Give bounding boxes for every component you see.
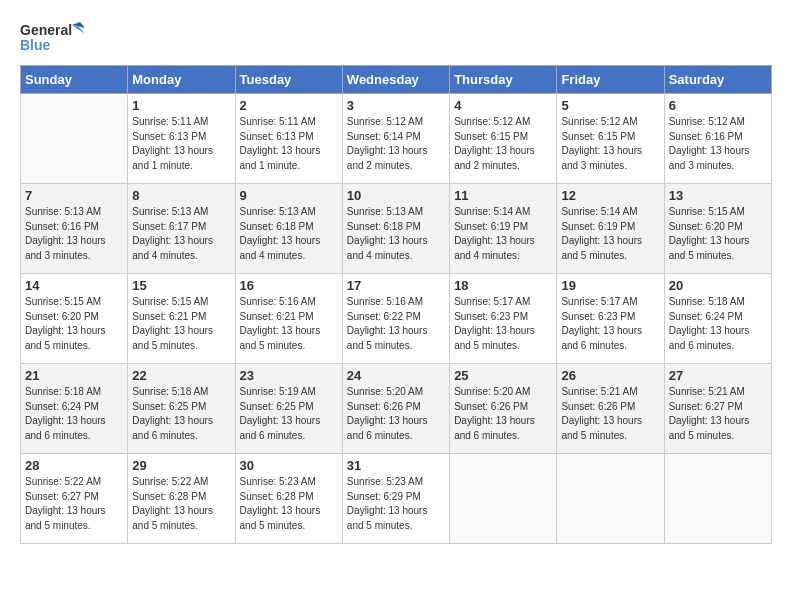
- day-info: Sunrise: 5:11 AM Sunset: 6:13 PM Dayligh…: [240, 115, 338, 173]
- day-number: 11: [454, 188, 552, 203]
- calendar-cell: 30Sunrise: 5:23 AM Sunset: 6:28 PM Dayli…: [235, 454, 342, 544]
- day-info: Sunrise: 5:20 AM Sunset: 6:26 PM Dayligh…: [347, 385, 445, 443]
- calendar-cell: 2Sunrise: 5:11 AM Sunset: 6:13 PM Daylig…: [235, 94, 342, 184]
- day-info: Sunrise: 5:18 AM Sunset: 6:24 PM Dayligh…: [669, 295, 767, 353]
- day-info: Sunrise: 5:13 AM Sunset: 6:18 PM Dayligh…: [240, 205, 338, 263]
- day-info: Sunrise: 5:15 AM Sunset: 6:21 PM Dayligh…: [132, 295, 230, 353]
- day-number: 17: [347, 278, 445, 293]
- day-info: Sunrise: 5:18 AM Sunset: 6:25 PM Dayligh…: [132, 385, 230, 443]
- day-number: 12: [561, 188, 659, 203]
- day-number: 28: [25, 458, 123, 473]
- calendar-cell: 4Sunrise: 5:12 AM Sunset: 6:15 PM Daylig…: [450, 94, 557, 184]
- day-number: 31: [347, 458, 445, 473]
- day-info: Sunrise: 5:17 AM Sunset: 6:23 PM Dayligh…: [454, 295, 552, 353]
- calendar-cell: [450, 454, 557, 544]
- calendar-cell: 13Sunrise: 5:15 AM Sunset: 6:20 PM Dayli…: [664, 184, 771, 274]
- calendar-cell: 21Sunrise: 5:18 AM Sunset: 6:24 PM Dayli…: [21, 364, 128, 454]
- day-number: 1: [132, 98, 230, 113]
- calendar-cell: [557, 454, 664, 544]
- day-number: 21: [25, 368, 123, 383]
- day-number: 30: [240, 458, 338, 473]
- day-info: Sunrise: 5:22 AM Sunset: 6:28 PM Dayligh…: [132, 475, 230, 533]
- calendar-cell: 6Sunrise: 5:12 AM Sunset: 6:16 PM Daylig…: [664, 94, 771, 184]
- calendar-cell: 15Sunrise: 5:15 AM Sunset: 6:21 PM Dayli…: [128, 274, 235, 364]
- day-number: 15: [132, 278, 230, 293]
- logo: GeneralBlue: [20, 20, 90, 55]
- day-info: Sunrise: 5:13 AM Sunset: 6:17 PM Dayligh…: [132, 205, 230, 263]
- calendar-cell: 10Sunrise: 5:13 AM Sunset: 6:18 PM Dayli…: [342, 184, 449, 274]
- svg-text:Blue: Blue: [20, 37, 51, 53]
- day-number: 27: [669, 368, 767, 383]
- calendar-cell: 12Sunrise: 5:14 AM Sunset: 6:19 PM Dayli…: [557, 184, 664, 274]
- day-header-wednesday: Wednesday: [342, 66, 449, 94]
- week-row-4: 21Sunrise: 5:18 AM Sunset: 6:24 PM Dayli…: [21, 364, 772, 454]
- day-number: 18: [454, 278, 552, 293]
- calendar-cell: [664, 454, 771, 544]
- day-header-tuesday: Tuesday: [235, 66, 342, 94]
- calendar-cell: 23Sunrise: 5:19 AM Sunset: 6:25 PM Dayli…: [235, 364, 342, 454]
- calendar-cell: 1Sunrise: 5:11 AM Sunset: 6:13 PM Daylig…: [128, 94, 235, 184]
- week-row-2: 7Sunrise: 5:13 AM Sunset: 6:16 PM Daylig…: [21, 184, 772, 274]
- day-number: 16: [240, 278, 338, 293]
- day-number: 24: [347, 368, 445, 383]
- calendar-cell: [21, 94, 128, 184]
- calendar-cell: 29Sunrise: 5:22 AM Sunset: 6:28 PM Dayli…: [128, 454, 235, 544]
- day-info: Sunrise: 5:23 AM Sunset: 6:29 PM Dayligh…: [347, 475, 445, 533]
- day-number: 20: [669, 278, 767, 293]
- day-info: Sunrise: 5:11 AM Sunset: 6:13 PM Dayligh…: [132, 115, 230, 173]
- calendar-cell: 9Sunrise: 5:13 AM Sunset: 6:18 PM Daylig…: [235, 184, 342, 274]
- day-info: Sunrise: 5:23 AM Sunset: 6:28 PM Dayligh…: [240, 475, 338, 533]
- day-info: Sunrise: 5:15 AM Sunset: 6:20 PM Dayligh…: [669, 205, 767, 263]
- page-header: GeneralBlue: [20, 20, 772, 55]
- day-info: Sunrise: 5:16 AM Sunset: 6:21 PM Dayligh…: [240, 295, 338, 353]
- day-number: 2: [240, 98, 338, 113]
- week-row-1: 1Sunrise: 5:11 AM Sunset: 6:13 PM Daylig…: [21, 94, 772, 184]
- day-number: 13: [669, 188, 767, 203]
- day-number: 10: [347, 188, 445, 203]
- day-info: Sunrise: 5:17 AM Sunset: 6:23 PM Dayligh…: [561, 295, 659, 353]
- calendar-cell: 22Sunrise: 5:18 AM Sunset: 6:25 PM Dayli…: [128, 364, 235, 454]
- calendar-cell: 14Sunrise: 5:15 AM Sunset: 6:20 PM Dayli…: [21, 274, 128, 364]
- day-info: Sunrise: 5:14 AM Sunset: 6:19 PM Dayligh…: [561, 205, 659, 263]
- day-header-monday: Monday: [128, 66, 235, 94]
- calendar-cell: 7Sunrise: 5:13 AM Sunset: 6:16 PM Daylig…: [21, 184, 128, 274]
- day-number: 29: [132, 458, 230, 473]
- day-number: 6: [669, 98, 767, 113]
- day-number: 3: [347, 98, 445, 113]
- day-info: Sunrise: 5:21 AM Sunset: 6:27 PM Dayligh…: [669, 385, 767, 443]
- logo-svg: GeneralBlue: [20, 20, 90, 55]
- day-info: Sunrise: 5:13 AM Sunset: 6:18 PM Dayligh…: [347, 205, 445, 263]
- day-number: 19: [561, 278, 659, 293]
- week-row-5: 28Sunrise: 5:22 AM Sunset: 6:27 PM Dayli…: [21, 454, 772, 544]
- day-header-friday: Friday: [557, 66, 664, 94]
- day-number: 4: [454, 98, 552, 113]
- calendar-cell: 27Sunrise: 5:21 AM Sunset: 6:27 PM Dayli…: [664, 364, 771, 454]
- day-header-saturday: Saturday: [664, 66, 771, 94]
- calendar-cell: 8Sunrise: 5:13 AM Sunset: 6:17 PM Daylig…: [128, 184, 235, 274]
- day-info: Sunrise: 5:14 AM Sunset: 6:19 PM Dayligh…: [454, 205, 552, 263]
- calendar-cell: 28Sunrise: 5:22 AM Sunset: 6:27 PM Dayli…: [21, 454, 128, 544]
- day-number: 5: [561, 98, 659, 113]
- calendar-cell: 18Sunrise: 5:17 AM Sunset: 6:23 PM Dayli…: [450, 274, 557, 364]
- calendar-cell: 25Sunrise: 5:20 AM Sunset: 6:26 PM Dayli…: [450, 364, 557, 454]
- calendar-table: SundayMondayTuesdayWednesdayThursdayFrid…: [20, 65, 772, 544]
- day-number: 26: [561, 368, 659, 383]
- day-info: Sunrise: 5:19 AM Sunset: 6:25 PM Dayligh…: [240, 385, 338, 443]
- day-number: 7: [25, 188, 123, 203]
- day-header-sunday: Sunday: [21, 66, 128, 94]
- calendar-cell: 3Sunrise: 5:12 AM Sunset: 6:14 PM Daylig…: [342, 94, 449, 184]
- day-number: 14: [25, 278, 123, 293]
- calendar-cell: 17Sunrise: 5:16 AM Sunset: 6:22 PM Dayli…: [342, 274, 449, 364]
- calendar-cell: 19Sunrise: 5:17 AM Sunset: 6:23 PM Dayli…: [557, 274, 664, 364]
- calendar-cell: 31Sunrise: 5:23 AM Sunset: 6:29 PM Dayli…: [342, 454, 449, 544]
- calendar-cell: 26Sunrise: 5:21 AM Sunset: 6:26 PM Dayli…: [557, 364, 664, 454]
- calendar-cell: 20Sunrise: 5:18 AM Sunset: 6:24 PM Dayli…: [664, 274, 771, 364]
- day-number: 23: [240, 368, 338, 383]
- calendar-cell: 16Sunrise: 5:16 AM Sunset: 6:21 PM Dayli…: [235, 274, 342, 364]
- day-info: Sunrise: 5:16 AM Sunset: 6:22 PM Dayligh…: [347, 295, 445, 353]
- day-header-thursday: Thursday: [450, 66, 557, 94]
- day-info: Sunrise: 5:21 AM Sunset: 6:26 PM Dayligh…: [561, 385, 659, 443]
- day-info: Sunrise: 5:12 AM Sunset: 6:16 PM Dayligh…: [669, 115, 767, 173]
- day-info: Sunrise: 5:15 AM Sunset: 6:20 PM Dayligh…: [25, 295, 123, 353]
- calendar-cell: 24Sunrise: 5:20 AM Sunset: 6:26 PM Dayli…: [342, 364, 449, 454]
